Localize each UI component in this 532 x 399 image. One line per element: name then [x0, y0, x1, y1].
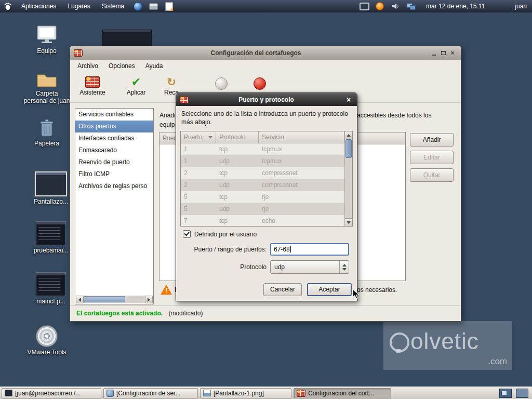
cancel-button[interactable]: Cancelar — [263, 283, 302, 296]
add-button[interactable]: Añadir — [410, 133, 454, 147]
network-monitor-icon[interactable] — [405, 1, 417, 12]
desktop-icon-maincf[interactable]: maincf.p... — [27, 272, 75, 305]
globe-icon — [134, 2, 142, 11]
desktop-icon-pantallazo[interactable]: Pantallazo... — [27, 171, 75, 205]
terminal-thumbnail-icon — [36, 221, 66, 245]
workspace-1[interactable] — [499, 389, 512, 398]
scroll-right-button[interactable] — [145, 296, 153, 303]
cell-protocolo: udp — [216, 155, 259, 167]
port-list-row: 1udptcpmux — [181, 155, 352, 167]
menu-lugares[interactable]: Lugares — [62, 0, 96, 12]
printer-launcher-icon[interactable] — [148, 1, 159, 12]
cell-puerto: 5 — [181, 191, 216, 203]
taskbar-item-pantallazo[interactable]: [Pantallazo-1.png] — [200, 388, 291, 398]
desktop-icon-pruebamail[interactable]: pruebamai... — [27, 221, 75, 254]
port-range-input[interactable]: 67-68 — [270, 243, 349, 256]
editor-launcher-icon[interactable] — [163, 1, 175, 12]
user-defined-checkbox[interactable]: Definido por el usuario — [183, 230, 257, 238]
scrollbar-thumb[interactable] — [84, 296, 125, 302]
icon-label: Papelera — [34, 140, 59, 147]
sidebar-item-reenvio-de-puerto[interactable]: Reenvío de puerto — [75, 156, 153, 168]
protocol-select[interactable]: udp — [270, 260, 349, 274]
watermark: olvetic .com — [383, 321, 512, 370]
scroll-up-button[interactable] — [345, 131, 352, 139]
cell-protocolo: tcp — [216, 143, 259, 155]
red-circle-icon[interactable] — [254, 77, 266, 90]
update-notifier-icon[interactable] — [374, 1, 385, 12]
window-titlebar[interactable]: Configuración del cortafuegos × — [70, 46, 461, 60]
menu-opciones[interactable]: Opciones — [103, 60, 140, 73]
accept-button[interactable]: Aceptar — [307, 283, 352, 296]
dialog-close-button[interactable]: × — [344, 96, 353, 104]
text-caret — [290, 246, 291, 252]
desktop-icon-equipo[interactable]: Equipo — [23, 25, 71, 55]
firewall-app-icon — [74, 49, 83, 57]
column-header-servicio[interactable]: Servicio — [259, 131, 344, 143]
icon-label: Equipo — [37, 47, 56, 55]
menu-ayuda[interactable]: Ayuda — [140, 60, 168, 73]
icon-label: Pantallazo... — [34, 198, 68, 205]
sidebar-item-archivos-de-reglas[interactable]: Archivos de reglas perso — [75, 180, 153, 192]
sidebar-item-servicios-confiables[interactable]: Servicios confiables — [75, 109, 153, 121]
desktop-icon-trash[interactable]: Papelera — [23, 117, 71, 147]
checkbox-checked-icon[interactable] — [183, 230, 191, 238]
watermark-suffix: .com — [488, 356, 507, 367]
sidebar-item-enmascarado[interactable]: Enmascarado — [75, 144, 153, 156]
user-menu[interactable]: juan — [515, 3, 527, 10]
gnome-foot-icon — [4, 2, 12, 10]
taskbar-item-terminal[interactable]: [juan@pruebacorreo:/... — [2, 388, 101, 398]
horizontal-scrollbar[interactable] — [76, 296, 153, 303]
desktop-icon-vmware-tools[interactable]: VMware Tools — [23, 325, 71, 356]
volume-icon[interactable] — [390, 1, 401, 12]
scrollbar-thumb[interactable] — [345, 139, 352, 158]
scrollbar-track[interactable] — [84, 296, 145, 303]
warning-exclamation: ! — [165, 287, 167, 294]
edit-button[interactable]: Editar — [410, 151, 454, 164]
minimize-icon — [432, 55, 436, 56]
desktop-icon-home-folder[interactable]: Carpeta personal de juan — [23, 71, 71, 104]
taskbar-item-config-servicios[interactable]: [Configuración de ser... — [103, 388, 198, 398]
firewall-status-text: El cortafuegos está activado. — [76, 310, 163, 317]
column-header-puerto[interactable]: Puerto — [181, 131, 216, 143]
close-button[interactable]: × — [448, 49, 457, 57]
screen-share-icon[interactable] — [358, 1, 370, 12]
clock[interactable]: mar 12 de ene, 15:11 — [426, 3, 485, 10]
taskbar-item-firewall-config[interactable]: Configuración del cort... — [294, 388, 391, 398]
protocol-label: Protocolo — [176, 263, 267, 271]
description-fragment: equip — [159, 121, 175, 128]
delete-button[interactable]: Quitar — [410, 168, 454, 182]
spinner-arrows-icon[interactable] — [339, 261, 349, 273]
toolbar-asistente-button[interactable]: Asistente — [74, 75, 111, 96]
toolbar-aplicar-button[interactable]: ✔ Aplicar — [118, 75, 154, 96]
maximize-button[interactable] — [438, 49, 448, 57]
browser-launcher-icon[interactable] — [132, 1, 143, 12]
dvd-disc-icon — [36, 325, 58, 347]
minimize-button[interactable] — [429, 49, 438, 57]
menu-archivo[interactable]: Archivo — [72, 60, 103, 73]
port-range-value: 67-68 — [274, 246, 290, 253]
cell-puerto: 2 — [181, 179, 216, 191]
sidebar-list: Servicios confiables Otros puertos Inter… — [75, 108, 154, 304]
vertical-scrollbar[interactable] — [344, 131, 352, 226]
column-label: Protocolo — [219, 131, 246, 143]
sidebar-item-interfaces-confiadas[interactable]: Interfaces confiadas — [75, 132, 153, 144]
menu-sistema[interactable]: Sistema — [96, 0, 130, 12]
bottom-taskbar: [juan@pruebacorreo:/... [Configuración d… — [0, 387, 532, 399]
warning-text-fragment: os necesarios. — [357, 286, 397, 294]
sidebar-item-otros-puertos[interactable]: Otros puertos — [75, 121, 153, 132]
column-header-protocolo[interactable]: Protocolo — [216, 131, 259, 143]
gnome-menu-icon[interactable] — [2, 1, 14, 12]
scroll-down-button[interactable] — [345, 218, 352, 226]
icon-label: maincf.p... — [36, 298, 65, 305]
gray-circle-icon[interactable] — [215, 77, 228, 90]
menu-aplicaciones[interactable]: Aplicaciones — [16, 0, 62, 12]
dialog-titlebar[interactable]: Puerto y protocolo × — [176, 93, 357, 106]
scroll-left-button[interactable] — [76, 296, 84, 303]
dialog-instruction: Seleccione uno de la lista o introduzca … — [181, 110, 351, 126]
cell-puerto: 2 — [181, 167, 216, 179]
orange-star-icon — [376, 2, 384, 10]
reload-icon: ↻ — [167, 76, 176, 88]
sidebar-item-filtro-icmp[interactable]: Filtro ICMP — [75, 168, 153, 180]
workspace-2[interactable] — [516, 389, 528, 398]
cell-servicio: echo — [259, 215, 344, 227]
